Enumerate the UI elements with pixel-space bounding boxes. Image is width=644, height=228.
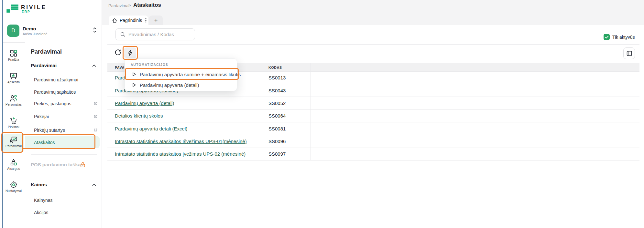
lock-icon	[80, 161, 86, 168]
search-input[interactable]	[128, 32, 190, 37]
brand-name: RIVILE	[21, 4, 47, 11]
report-code: SS0043	[268, 88, 286, 93]
column-divider	[311, 63, 311, 160]
icon-rail: Pradžia Apskaita Personalas Pirkimai	[3, 43, 25, 228]
inventory-shapes-icon	[9, 158, 18, 167]
sidebar-item-akcijos[interactable]: Akcijos	[34, 210, 48, 215]
tab-kebab-icon[interactable]	[144, 18, 148, 23]
toolbar-divider	[107, 44, 639, 45]
dropdown-header: AUTOMATIZACIJOS	[131, 63, 168, 67]
sidebar-section-kainos[interactable]: Kainos	[31, 182, 47, 187]
sidebar-divider	[31, 154, 97, 155]
rail-item-apskaita[interactable]: Apskaita	[3, 70, 24, 88]
report-code: SS0064	[268, 113, 286, 119]
report-code: SS0052	[268, 100, 286, 106]
menu-item-label: Pardavimų apyvarta suminė + einamasis li…	[140, 72, 241, 77]
columns-settings-button[interactable]	[623, 47, 635, 59]
dashboard-icon	[9, 49, 18, 57]
chevron-up-icon[interactable]	[92, 183, 96, 186]
report-link[interactable]: Detalios klientų skolos	[115, 113, 163, 119]
avatar: D	[7, 25, 19, 37]
rail-item-label: Pirkimai	[3, 125, 24, 129]
lightning-icon	[127, 50, 133, 56]
report-code: SS0013	[268, 75, 286, 80]
rail-item-label: Nustatymai	[3, 189, 24, 193]
refresh-button[interactable]	[114, 48, 123, 57]
accounting-board-icon	[9, 72, 18, 80]
report-link[interactable]: Pardavimų apyvarta detali (Excel)	[115, 126, 187, 131]
rail-item-pardavimai[interactable]: Pardavimai	[3, 134, 24, 152]
external-link-icon	[93, 114, 98, 119]
menu-item-label: Pardavimų apyvarta (detali)	[140, 82, 199, 88]
row-divider	[107, 160, 639, 161]
tab-label: Pagrindinis	[120, 18, 142, 23]
rail-item-label: Pardavimai	[3, 144, 24, 148]
column-header-kodas[interactable]: KODAS	[268, 66, 282, 69]
sales-icon	[9, 136, 18, 144]
page-title: Ataskaitos	[133, 2, 161, 8]
rail-item-nustatymai[interactable]: Nustatymai	[3, 179, 24, 197]
report-code: SS0081	[268, 126, 286, 131]
automations-dropdown: AUTOMATIZACIJOS Pardavimų apyvarta sumin…	[125, 58, 237, 91]
sidebar-title: Pardavimai	[31, 48, 62, 55]
rail-item-atsargos[interactable]: Atsargos	[3, 156, 24, 175]
row-divider	[107, 109, 639, 110]
report-code: SS0097	[268, 151, 286, 157]
play-icon	[132, 82, 136, 88]
people-icon	[9, 94, 18, 102]
user-subtitle: Aušra Juodienė	[23, 32, 47, 36]
rail-item-label: Personalas	[3, 103, 24, 106]
report-link[interactable]: Intrastato statistinės ataskaitos Įvežim…	[115, 151, 246, 157]
rail-item-pirkimai[interactable]: Pirkimai	[3, 115, 24, 133]
row-divider	[107, 135, 639, 135]
sidebar-divider	[31, 174, 97, 174]
gear-icon	[9, 181, 18, 189]
top-strip	[102, 0, 644, 25]
columns-icon	[626, 50, 632, 57]
tab-pagrindinis[interactable]: Pagrindinis	[109, 16, 148, 25]
row-divider	[107, 148, 639, 148]
cart-icon	[9, 117, 18, 125]
only-active-label: Tik aktyvūs	[612, 35, 635, 40]
rail-item-pradzia[interactable]: Pradžia	[3, 47, 24, 66]
only-active-checkbox[interactable]	[604, 34, 610, 40]
sidebar-item-kainynas[interactable]: Kainynas	[34, 198, 53, 203]
check-icon	[605, 36, 609, 39]
home-icon	[112, 18, 117, 23]
rail-item-personalas[interactable]: Personalas	[3, 92, 24, 111]
external-link-icon	[93, 101, 98, 106]
rail-item-label: Pradžia	[3, 58, 24, 61]
account-switcher-icon[interactable]	[92, 26, 97, 34]
column-divider	[262, 63, 262, 160]
search-box[interactable]	[115, 28, 195, 40]
brand-subtitle: ERP	[22, 10, 30, 14]
chevron-up-icon[interactable]	[92, 64, 96, 67]
sidebar-item-ataskaitos[interactable]: Ataskaitos	[34, 140, 55, 145]
sidebar-item-pardavimu-uzsakymai[interactable]: Pardavimų užsakymai	[34, 77, 78, 82]
sidebar-item-pardavimu-saskaitos[interactable]: Pardavimų sąskaitos	[34, 89, 76, 95]
report-code: SS0096	[268, 139, 286, 144]
report-link[interactable]: Intrastato statistinės ataskaitos Išveži…	[115, 139, 247, 144]
menu-item-apyvarta-sumine[interactable]: Pardavimų apyvarta suminė + einamasis li…	[128, 69, 234, 79]
rivile-logo-icon	[6, 4, 19, 14]
row-divider	[107, 97, 639, 97]
app-window: RIVILE ERP D Demo Aušra Juodienė Pradžia…	[0, 0, 644, 228]
left-panel: RIVILE ERP D Demo Aušra Juodienė Pradžia…	[3, 0, 102, 228]
automations-button[interactable]	[124, 47, 136, 58]
play-icon	[132, 72, 136, 77]
menu-item-apyvarta-detali[interactable]: Pardavimų apyvarta (detali)	[128, 80, 234, 90]
search-icon	[120, 32, 126, 37]
rail-item-label: Apskaita	[3, 80, 24, 84]
sidebar-item-prekes-paslaugos[interactable]: Prekės, paslaugos	[34, 101, 71, 106]
sidebar-section-pardavimai[interactable]: Pardavimai	[31, 63, 57, 68]
add-tab-button[interactable]: +	[149, 16, 163, 25]
sidebar-item-pirkeju-sutartys[interactable]: Pirkėjų sutartys	[34, 128, 65, 133]
row-divider	[107, 122, 639, 122]
sidebar-item-pirkejai[interactable]: Pirkėjai	[34, 114, 49, 119]
breadcrumb-parent[interactable]: Pardavimai	[108, 3, 129, 8]
user-name: Demo	[23, 26, 36, 31]
report-link[interactable]: Pardavimų apyvarta (detali)	[115, 100, 174, 106]
rail-item-label: Atsargos	[3, 167, 24, 171]
sidebar-item-pos: POS pardavimo taškas	[31, 162, 83, 167]
refresh-icon	[114, 48, 122, 57]
